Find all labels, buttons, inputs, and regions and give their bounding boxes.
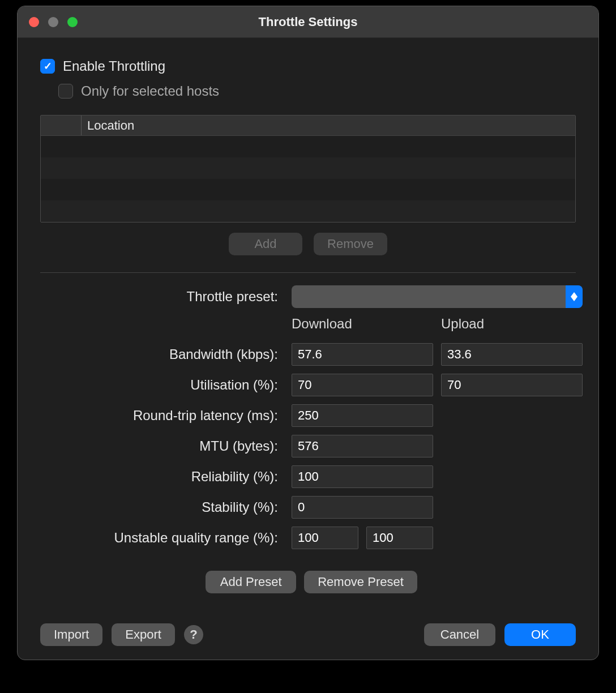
window-title: Throttle Settings [18,15,598,29]
hosts-row-empty [41,200,575,222]
only-hosts-row: Only for selected hosts [58,83,576,99]
export-button[interactable]: Export [112,623,175,646]
add-host-button[interactable]: Add [229,233,302,255]
ok-button[interactable]: OK [504,623,576,646]
titlebar: Throttle Settings [18,6,598,38]
bandwidth-label: Bandwidth (kbps): [40,346,284,362]
only-hosts-checkbox[interactable] [58,84,73,99]
stability-label: Stability (%): [40,499,284,515]
checkmark-icon: ✓ [44,60,52,72]
help-button[interactable]: ? [184,625,203,644]
stability-input[interactable] [292,496,433,519]
only-hosts-label: Only for selected hosts [81,83,219,99]
footer: Import Export ? Cancel OK [40,608,576,646]
uqr-low-input[interactable] [292,527,358,549]
hosts-row-empty [41,179,575,200]
hosts-buttons: Add Remove [40,233,576,255]
hosts-row-empty [41,157,575,179]
zoom-icon[interactable] [67,17,78,27]
hosts-row-empty [41,136,575,157]
minimize-icon[interactable] [48,17,58,27]
utilisation-upload-input[interactable] [441,374,583,396]
utilisation-download-input[interactable] [292,374,433,396]
hosts-table: Location [40,115,576,223]
content: ✓ Enable Throttling Only for selected ho… [18,38,598,660]
cancel-button[interactable]: Cancel [424,623,495,646]
preset-label: Throttle preset: [40,289,284,305]
upload-column-header: Upload [441,316,583,335]
mtu-label: MTU (bytes): [40,438,284,454]
add-preset-button[interactable]: Add Preset [206,571,296,593]
enable-throttling-row: ✓ Enable Throttling [40,58,576,74]
remove-preset-button[interactable]: Remove Preset [304,571,417,593]
svg-marker-1 [571,297,578,301]
hosts-header: Location [41,116,575,136]
svg-marker-0 [571,292,578,297]
utilisation-label: Utilisation (%): [40,377,284,393]
stepper-icon [566,285,583,308]
window: Throttle Settings ✓ Enable Throttling On… [17,6,599,660]
hosts-header-spacer [41,116,82,135]
mtu-input[interactable] [292,435,433,457]
traffic-lights [29,17,78,27]
enable-throttling-label: Enable Throttling [63,58,165,74]
close-icon[interactable] [29,17,39,27]
hosts-header-location: Location [82,116,575,135]
reliability-input[interactable] [292,465,433,488]
unstable-quality-range-label: Unstable quality range (%): [40,530,284,546]
throttle-form: Throttle preset: Download Upload Bandwid… [40,285,576,593]
download-column-header: Download [292,316,433,335]
bandwidth-download-input[interactable] [292,343,433,366]
latency-input[interactable] [292,404,433,427]
import-button[interactable]: Import [40,623,102,646]
divider [40,272,576,273]
throttle-preset-select[interactable] [292,285,583,308]
hosts-rows [41,136,575,222]
bandwidth-upload-input[interactable] [441,343,583,366]
uqr-high-input[interactable] [366,527,433,549]
remove-host-button[interactable]: Remove [314,233,387,255]
enable-throttling-checkbox[interactable]: ✓ [40,59,55,74]
reliability-label: Reliability (%): [40,469,284,485]
latency-label: Round-trip latency (ms): [40,408,284,424]
